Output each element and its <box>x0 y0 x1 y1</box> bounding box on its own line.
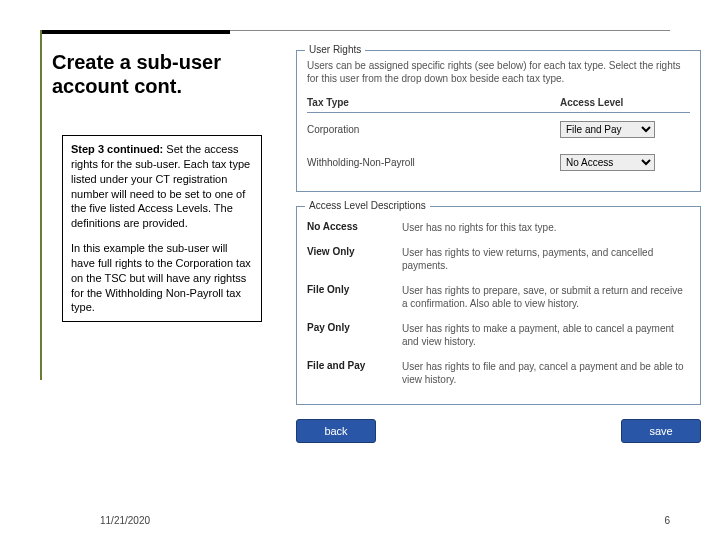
instruction-p1-rest: Set the access rights for the sub-user. … <box>71 143 250 229</box>
instruction-p2: In this example the sub-user will have f… <box>71 241 253 315</box>
user-rights-legend: User Rights <box>305 44 365 55</box>
top-divider-thick <box>40 30 230 34</box>
access-level-select-corporation[interactable]: No AccessView OnlyFile OnlyPay OnlyFile … <box>560 121 655 138</box>
tax-row: Withholding-Non-Payroll No AccessView On… <box>307 146 690 179</box>
desc-row: Pay Only User has rights to make a payme… <box>307 316 690 354</box>
back-button[interactable]: back <box>296 419 376 443</box>
desc-label: File and Pay <box>307 360 402 386</box>
tax-table-header: Tax Type Access Level <box>307 93 690 113</box>
desc-text: User has no rights for this tax type. <box>402 221 690 234</box>
slide-date: 11/21/2020 <box>100 515 150 526</box>
access-descriptions-legend: Access Level Descriptions <box>305 200 430 211</box>
slide-title: Create a sub-user account cont. <box>52 50 282 98</box>
tax-name: Corporation <box>307 124 560 135</box>
col-header-taxtype: Tax Type <box>307 97 560 108</box>
button-bar: back save <box>296 419 701 443</box>
desc-label: File Only <box>307 284 402 310</box>
user-rights-fieldset: User Rights Users can be assigned specif… <box>296 50 701 192</box>
desc-row: View Only User has rights to view return… <box>307 240 690 278</box>
desc-text: User has rights to file and pay, cancel … <box>402 360 690 386</box>
save-button[interactable]: save <box>621 419 701 443</box>
instruction-p1-lead: Step 3 continued: <box>71 143 163 155</box>
instruction-box: Step 3 continued: Set the access rights … <box>62 135 262 322</box>
app-screenshot: User Rights Users can be assigned specif… <box>296 50 701 490</box>
tax-name: Withholding-Non-Payroll <box>307 157 560 168</box>
left-divider <box>40 30 42 380</box>
desc-row: No Access User has no rights for this ta… <box>307 215 690 240</box>
desc-row: File Only User has rights to prepare, sa… <box>307 278 690 316</box>
user-rights-intro: Users can be assigned specific rights (s… <box>307 59 690 85</box>
col-header-access: Access Level <box>560 97 690 108</box>
desc-label: View Only <box>307 246 402 272</box>
tax-row: Corporation No AccessView OnlyFile OnlyP… <box>307 113 690 146</box>
instruction-p1: Step 3 continued: Set the access rights … <box>71 142 253 231</box>
desc-text: User has rights to make a payment, able … <box>402 322 690 348</box>
desc-label: No Access <box>307 221 402 234</box>
slide-page-number: 6 <box>664 515 670 526</box>
desc-text: User has rights to prepare, save, or sub… <box>402 284 690 310</box>
access-level-select-withholding[interactable]: No AccessView OnlyFile OnlyPay OnlyFile … <box>560 154 655 171</box>
access-descriptions-fieldset: Access Level Descriptions No Access User… <box>296 206 701 405</box>
desc-text: User has rights to view returns, payment… <box>402 246 690 272</box>
desc-row: File and Pay User has rights to file and… <box>307 354 690 392</box>
desc-label: Pay Only <box>307 322 402 348</box>
